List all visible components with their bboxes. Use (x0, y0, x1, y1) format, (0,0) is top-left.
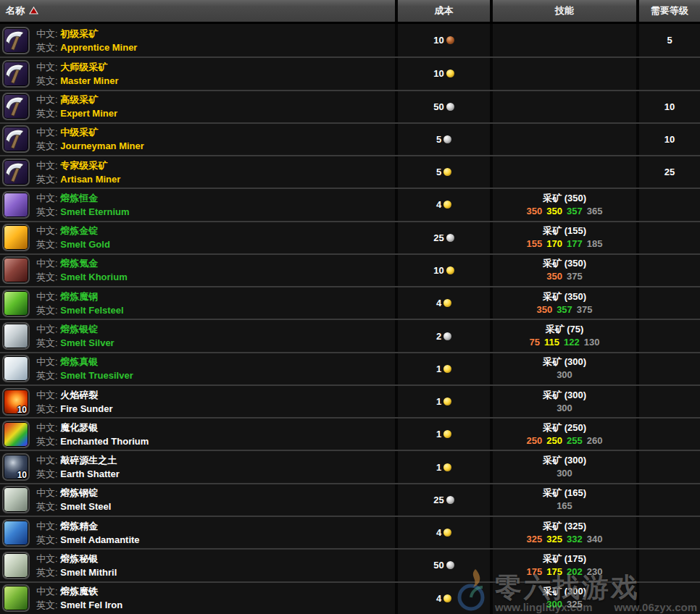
silver-bar-icon[interactable] (2, 322, 30, 350)
skill-title-link[interactable]: 采矿 (250) (543, 421, 586, 434)
item-name-en-link[interactable]: Smelt Steel (60, 501, 111, 512)
item-name-en-link[interactable]: Smelt Gold (60, 239, 110, 250)
skill-title-link[interactable]: 采矿 (300) (543, 585, 586, 598)
coin-icon (446, 103, 454, 111)
item-name-en-link[interactable]: Smelt Felsteel (60, 305, 123, 316)
skill-cell (490, 58, 636, 89)
item-name-cn-link[interactable]: 高级采矿 (60, 94, 98, 105)
item-name-cn-link[interactable]: 专家级采矿 (60, 160, 107, 171)
item-name-en-link[interactable]: Fire Sunder (60, 403, 112, 414)
steel-bar-icon[interactable] (2, 486, 30, 513)
item-name-en-link[interactable]: Smelt Adamantite (60, 534, 139, 545)
skill-value: 250 (546, 435, 562, 446)
skill-title-link[interactable]: 采矿 (300) (543, 356, 586, 369)
skill-value: 122 (564, 337, 580, 348)
item-name-en-link[interactable]: Smelt Mithril (60, 567, 117, 578)
item-name-cn-link[interactable]: 熔炼魔铁 (60, 586, 98, 597)
name-cell: 中文: 熔炼钢锭 英文: Smelt Steel (0, 484, 395, 516)
gold-bar-icon[interactable] (2, 224, 30, 251)
item-name-en-link[interactable]: Journeyman Miner (60, 140, 144, 151)
table-row: 中文: 熔炼秘银 英文: Smelt Mithril 50 采矿 (175) 1… (0, 548, 700, 581)
cost-amount: 10 (433, 35, 443, 46)
skill-title-link[interactable]: 采矿 (300) (543, 389, 586, 402)
mining-pickaxe-icon[interactable] (2, 159, 30, 186)
item-name-cn-link[interactable]: 熔炼恒金 (60, 193, 98, 203)
item-name-cn-link[interactable]: 敲碎源生之土 (60, 455, 117, 466)
mining-pickaxe-icon[interactable] (2, 60, 30, 88)
item-name-cn-link[interactable]: 熔炼金锭 (60, 225, 98, 236)
item-name-en-link[interactable]: Master Miner (60, 75, 118, 86)
item-name-cn-link[interactable]: 火焰碎裂 (60, 390, 98, 400)
item-name-en-link[interactable]: Enchanted Thorium (60, 436, 149, 447)
skill-title-link[interactable]: 采矿 (350) (543, 290, 586, 303)
mining-pickaxe-icon[interactable] (2, 27, 30, 54)
item-name-en-link[interactable]: Smelt Fel Iron (60, 600, 122, 610)
item-name-en-link[interactable]: Earth Shatter (60, 468, 120, 479)
skill-title-link[interactable]: 采矿 (350) (543, 257, 586, 270)
item-name-en-link[interactable]: Expert Miner (60, 108, 117, 119)
column-header-cost[interactable]: 成本 (395, 0, 490, 22)
skill-title-link[interactable]: 采矿 (350) (543, 192, 586, 205)
mining-pickaxe-icon[interactable] (2, 125, 30, 153)
label-chinese: 中文: (36, 62, 58, 72)
item-name-cn-link[interactable]: 初级采矿 (60, 28, 98, 39)
skill-title-link[interactable]: 采矿 (300) (543, 454, 586, 467)
item-name-en-link[interactable]: Smelt Truesilver (60, 370, 133, 381)
cost-amount: 5 (436, 167, 441, 177)
cost-amount: 2 (436, 331, 441, 342)
skill-title-link[interactable]: 采矿 (175) (543, 552, 586, 565)
fire-sunder-icon[interactable]: 10 (2, 388, 30, 416)
item-name-en-link[interactable]: Smelt Khorium (60, 272, 127, 282)
item-name-cn-link[interactable]: 熔炼秘银 (60, 553, 98, 564)
item-name-cn-link[interactable]: 熔炼真银 (60, 356, 98, 367)
skill-value: 350 (527, 206, 543, 216)
felsteel-bar-icon[interactable] (2, 290, 30, 317)
item-name-cn-link[interactable]: 熔炼氪金 (60, 258, 98, 269)
table-row: 中文: 熔炼恒金 英文: Smelt Eternium 4 采矿 (350) 3… (0, 188, 700, 220)
column-header-skill[interactable]: 技能 (490, 0, 636, 22)
item-name-cn-link[interactable]: 魔化瑟银 (60, 422, 98, 433)
skill-cell: 采矿 (300) 300 (490, 451, 636, 482)
item-name-cn-link[interactable]: 大师级采矿 (60, 62, 107, 72)
coin-icon (446, 70, 454, 77)
skill-cell: 采矿 (75) 75115122130 (490, 320, 636, 351)
item-name-en-link[interactable]: Smelt Eternium (60, 206, 129, 217)
table-row: 10 中文: 火焰碎裂 英文: Fire Sunder 1 (0, 384, 700, 417)
skill-title-link[interactable]: 采矿 (165) (543, 487, 586, 500)
cost-cell: 1 (395, 386, 490, 417)
earth-shatter-icon[interactable]: 10 (2, 453, 30, 481)
skill-title-link[interactable]: 采矿 (325) (543, 520, 586, 533)
item-name-en-link[interactable]: Smelt Silver (60, 337, 114, 348)
mithril-bar-icon[interactable] (2, 552, 30, 579)
truesilver-bar-icon[interactable] (2, 355, 30, 382)
cost-amount: 10 (433, 68, 443, 79)
mining-pickaxe-icon[interactable] (2, 93, 30, 120)
item-name-cn-link[interactable]: 熔炼魔钢 (60, 291, 98, 302)
name-cell: 中文: 熔炼真银 英文: Smelt Truesilver (0, 353, 395, 384)
item-name-cn-link[interactable]: 熔炼银锭 (60, 324, 98, 335)
label-english: 英文: (36, 534, 58, 545)
item-name-en-link[interactable]: Apprentice Miner (60, 42, 137, 53)
enchanted-thorium-bar-icon[interactable] (2, 421, 30, 448)
column-header-level[interactable]: 需要等级 (636, 0, 700, 22)
skill-title-link[interactable]: 采矿 (155) (543, 224, 586, 237)
cost-cell: 1 (395, 353, 490, 384)
coin-icon (443, 201, 451, 209)
skill-values: 165 (554, 500, 575, 513)
level-cell (636, 484, 700, 516)
item-name-cn-link[interactable]: 熔炼钢锭 (60, 487, 98, 498)
item-name-cn-link[interactable]: 熔炼精金 (60, 521, 98, 531)
table-row: 中文: 熔炼真银 英文: Smelt Truesilver 1 采矿 (300)… (0, 352, 700, 384)
adamantite-bar-icon[interactable] (2, 519, 30, 547)
column-header-name[interactable]: 名称 (0, 0, 395, 22)
skill-value: 375 (567, 271, 583, 282)
item-name-en-link[interactable]: Artisan Miner (60, 174, 120, 185)
fel-iron-bar-icon[interactable] (2, 584, 30, 612)
cost-amount: 4 (436, 298, 441, 308)
cost-cell: 1 (395, 419, 490, 450)
eternium-bar-icon[interactable] (2, 191, 30, 219)
item-name-cn-link[interactable]: 中级采矿 (60, 127, 98, 138)
khorium-bar-icon[interactable] (2, 256, 30, 284)
skill-title-link[interactable]: 采矿 (75) (546, 323, 584, 336)
cost-cell: 25 (395, 484, 490, 516)
